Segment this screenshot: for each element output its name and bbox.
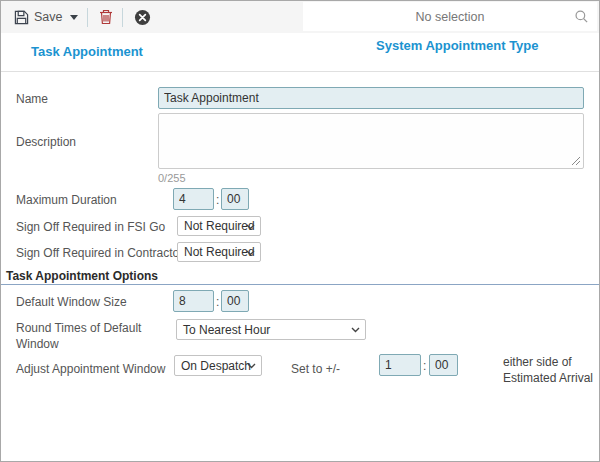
record-search-box[interactable]: No selection	[303, 2, 597, 31]
save-button[interactable]: Save	[14, 10, 63, 25]
round-times-label: Round Times of Default Window	[16, 321, 164, 352]
search-status-text: No selection	[416, 10, 485, 24]
chevron-down-icon	[351, 327, 360, 333]
toolbar: Save N	[1, 1, 599, 34]
name-input[interactable]	[158, 87, 584, 109]
record-title: Task Appointment	[31, 44, 143, 59]
save-button-label: Save	[34, 10, 63, 24]
trash-icon	[99, 9, 113, 25]
chevron-down-icon	[247, 363, 256, 369]
sign-off-contractor-label: Sign Off Required in Contractor	[16, 246, 183, 260]
sign-off-fsi-go-label: Sign Off Required in FSI Go	[16, 220, 165, 234]
sign-off-contractor-select[interactable]: Not Required	[177, 242, 261, 262]
toolbar-divider	[122, 8, 123, 27]
name-label: Name	[16, 92, 48, 106]
search-icon[interactable]	[574, 9, 589, 24]
delete-button[interactable]	[99, 9, 113, 25]
options-section-title: Task Appointment Options	[6, 269, 158, 283]
options-section-divider	[1, 284, 599, 285]
duration-separator: :	[216, 193, 219, 207]
round-times-select[interactable]: To Nearest Hour	[176, 319, 366, 340]
adjust-window-suffix-text: either side of Estimated Arrival	[503, 354, 597, 386]
round-times-value: To Nearest Hour	[183, 323, 270, 337]
maximum-duration-minutes-input[interactable]	[221, 188, 249, 210]
cancel-button[interactable]	[134, 9, 151, 26]
duration-separator: :	[423, 359, 426, 373]
appointment-type-editor: Save N	[0, 0, 600, 462]
duration-separator: :	[216, 295, 219, 309]
chevron-down-icon	[246, 224, 255, 230]
title-bar: Task Appointment System Appointment Type	[1, 33, 599, 72]
description-textarea[interactable]	[158, 113, 584, 169]
close-icon	[134, 9, 151, 26]
set-to-label: Set to +/-	[291, 362, 340, 376]
toolbar-divider	[87, 8, 88, 27]
adjust-window-select[interactable]: On Despatch	[174, 355, 262, 376]
sign-off-fsi-go-select[interactable]: Not Required	[177, 216, 261, 236]
sign-off-contractor-value: Not Required	[184, 245, 255, 259]
resize-grip-icon[interactable]	[571, 156, 581, 166]
chevron-down-icon	[70, 15, 78, 24]
adjust-window-hours-input[interactable]	[379, 354, 421, 376]
save-icon	[14, 10, 29, 25]
page-title: System Appointment Type	[376, 38, 539, 53]
maximum-duration-hours-input[interactable]	[173, 188, 214, 210]
maximum-duration-label: Maximum Duration	[16, 193, 117, 207]
adjust-window-minutes-input[interactable]	[429, 354, 458, 376]
description-char-counter: 0/255	[158, 172, 186, 184]
description-label: Description	[16, 135, 76, 149]
adjust-window-value: On Despatch	[181, 359, 251, 373]
default-window-size-label: Default Window Size	[16, 295, 127, 309]
default-window-size-hours-input[interactable]	[173, 290, 214, 312]
adjust-window-label: Adjust Appointment Window	[16, 362, 165, 376]
save-dropdown-button[interactable]	[70, 11, 78, 24]
chevron-down-icon	[246, 250, 255, 256]
sign-off-fsi-go-value: Not Required	[184, 219, 255, 233]
default-window-size-minutes-input[interactable]	[221, 290, 249, 312]
